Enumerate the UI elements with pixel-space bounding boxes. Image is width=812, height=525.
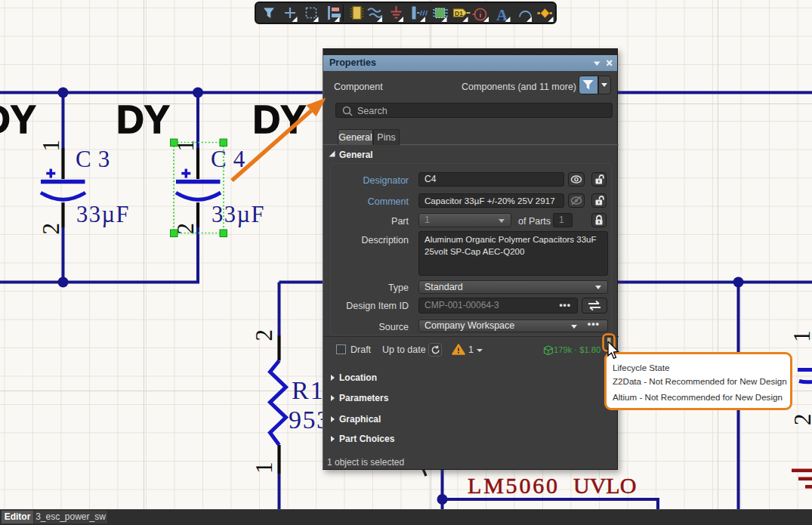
svg-text:1: 1 [38,140,64,152]
svg-text:2: 2 [789,414,812,426]
svg-text:2: 2 [251,329,277,341]
svg-text:C4: C4 [211,146,252,172]
svg-text:2: 2 [38,223,64,235]
svg-text:C3: C3 [76,146,116,172]
svg-text:1: 1 [789,331,812,343]
svg-text:DY: DY [116,98,170,141]
svg-text:33µF: 33µF [76,202,130,227]
svg-text:UVLO: UVLO [573,473,636,498]
svg-text:DY: DY [253,98,307,141]
svg-text:DY: DY [0,98,36,141]
svg-text:1: 1 [251,462,277,474]
svg-text:LM5060: LM5060 [468,473,560,498]
svg-text:A: A [496,6,508,23]
svg-text:D1: D1 [455,10,463,17]
svg-text:33µF: 33µF [211,202,265,227]
